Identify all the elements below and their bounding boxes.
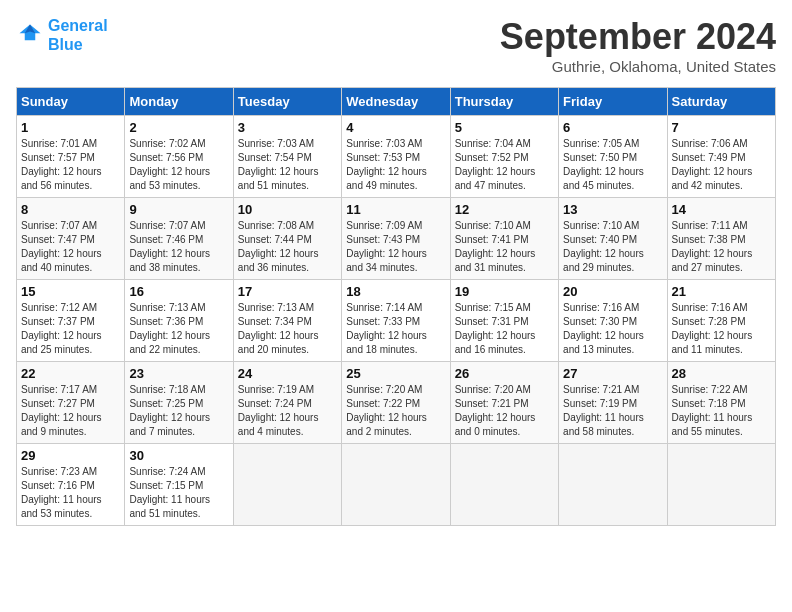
location: Guthrie, Oklahoma, United States xyxy=(500,58,776,75)
empty-cell xyxy=(450,444,558,526)
week-row-2: 8Sunrise: 7:07 AM Sunset: 7:47 PM Daylig… xyxy=(17,198,776,280)
day-cell-27: 27Sunrise: 7:21 AM Sunset: 7:19 PM Dayli… xyxy=(559,362,667,444)
day-cell-3: 3Sunrise: 7:03 AM Sunset: 7:54 PM Daylig… xyxy=(233,116,341,198)
day-cell-28: 28Sunrise: 7:22 AM Sunset: 7:18 PM Dayli… xyxy=(667,362,775,444)
day-number: 22 xyxy=(21,366,120,381)
weekday-header-row: SundayMondayTuesdayWednesdayThursdayFrid… xyxy=(17,88,776,116)
day-cell-13: 13Sunrise: 7:10 AM Sunset: 7:40 PM Dayli… xyxy=(559,198,667,280)
empty-cell xyxy=(342,444,450,526)
day-number: 20 xyxy=(563,284,662,299)
day-cell-17: 17Sunrise: 7:13 AM Sunset: 7:34 PM Dayli… xyxy=(233,280,341,362)
day-info: Sunrise: 7:19 AM Sunset: 7:24 PM Dayligh… xyxy=(238,383,337,439)
day-number: 30 xyxy=(129,448,228,463)
day-cell-26: 26Sunrise: 7:20 AM Sunset: 7:21 PM Dayli… xyxy=(450,362,558,444)
logo: General Blue xyxy=(16,16,108,54)
day-number: 7 xyxy=(672,120,771,135)
week-row-1: 1Sunrise: 7:01 AM Sunset: 7:57 PM Daylig… xyxy=(17,116,776,198)
day-info: Sunrise: 7:24 AM Sunset: 7:15 PM Dayligh… xyxy=(129,465,228,521)
day-cell-14: 14Sunrise: 7:11 AM Sunset: 7:38 PM Dayli… xyxy=(667,198,775,280)
week-row-5: 29Sunrise: 7:23 AM Sunset: 7:16 PM Dayli… xyxy=(17,444,776,526)
day-info: Sunrise: 7:13 AM Sunset: 7:34 PM Dayligh… xyxy=(238,301,337,357)
title-area: September 2024 Guthrie, Oklahoma, United… xyxy=(500,16,776,75)
week-row-4: 22Sunrise: 7:17 AM Sunset: 7:27 PM Dayli… xyxy=(17,362,776,444)
day-info: Sunrise: 7:23 AM Sunset: 7:16 PM Dayligh… xyxy=(21,465,120,521)
day-cell-4: 4Sunrise: 7:03 AM Sunset: 7:53 PM Daylig… xyxy=(342,116,450,198)
day-number: 18 xyxy=(346,284,445,299)
day-cell-21: 21Sunrise: 7:16 AM Sunset: 7:28 PM Dayli… xyxy=(667,280,775,362)
day-info: Sunrise: 7:07 AM Sunset: 7:47 PM Dayligh… xyxy=(21,219,120,275)
logo-text: General Blue xyxy=(48,16,108,54)
day-info: Sunrise: 7:07 AM Sunset: 7:46 PM Dayligh… xyxy=(129,219,228,275)
day-number: 10 xyxy=(238,202,337,217)
week-row-3: 15Sunrise: 7:12 AM Sunset: 7:37 PM Dayli… xyxy=(17,280,776,362)
day-info: Sunrise: 7:11 AM Sunset: 7:38 PM Dayligh… xyxy=(672,219,771,275)
day-info: Sunrise: 7:14 AM Sunset: 7:33 PM Dayligh… xyxy=(346,301,445,357)
day-info: Sunrise: 7:18 AM Sunset: 7:25 PM Dayligh… xyxy=(129,383,228,439)
weekday-header-monday: Monday xyxy=(125,88,233,116)
day-cell-22: 22Sunrise: 7:17 AM Sunset: 7:27 PM Dayli… xyxy=(17,362,125,444)
day-cell-29: 29Sunrise: 7:23 AM Sunset: 7:16 PM Dayli… xyxy=(17,444,125,526)
weekday-header-sunday: Sunday xyxy=(17,88,125,116)
weekday-header-saturday: Saturday xyxy=(667,88,775,116)
day-number: 17 xyxy=(238,284,337,299)
day-info: Sunrise: 7:03 AM Sunset: 7:54 PM Dayligh… xyxy=(238,137,337,193)
day-info: Sunrise: 7:15 AM Sunset: 7:31 PM Dayligh… xyxy=(455,301,554,357)
weekday-header-friday: Friday xyxy=(559,88,667,116)
day-cell-1: 1Sunrise: 7:01 AM Sunset: 7:57 PM Daylig… xyxy=(17,116,125,198)
day-number: 3 xyxy=(238,120,337,135)
day-number: 26 xyxy=(455,366,554,381)
day-number: 6 xyxy=(563,120,662,135)
day-number: 23 xyxy=(129,366,228,381)
calendar-table: SundayMondayTuesdayWednesdayThursdayFrid… xyxy=(16,87,776,526)
day-cell-2: 2Sunrise: 7:02 AM Sunset: 7:56 PM Daylig… xyxy=(125,116,233,198)
day-number: 16 xyxy=(129,284,228,299)
empty-cell xyxy=(667,444,775,526)
day-number: 28 xyxy=(672,366,771,381)
day-cell-19: 19Sunrise: 7:15 AM Sunset: 7:31 PM Dayli… xyxy=(450,280,558,362)
weekday-header-tuesday: Tuesday xyxy=(233,88,341,116)
day-info: Sunrise: 7:04 AM Sunset: 7:52 PM Dayligh… xyxy=(455,137,554,193)
day-info: Sunrise: 7:10 AM Sunset: 7:41 PM Dayligh… xyxy=(455,219,554,275)
day-info: Sunrise: 7:22 AM Sunset: 7:18 PM Dayligh… xyxy=(672,383,771,439)
day-cell-11: 11Sunrise: 7:09 AM Sunset: 7:43 PM Dayli… xyxy=(342,198,450,280)
day-info: Sunrise: 7:09 AM Sunset: 7:43 PM Dayligh… xyxy=(346,219,445,275)
day-number: 19 xyxy=(455,284,554,299)
day-cell-15: 15Sunrise: 7:12 AM Sunset: 7:37 PM Dayli… xyxy=(17,280,125,362)
weekday-header-wednesday: Wednesday xyxy=(342,88,450,116)
day-info: Sunrise: 7:05 AM Sunset: 7:50 PM Dayligh… xyxy=(563,137,662,193)
day-info: Sunrise: 7:01 AM Sunset: 7:57 PM Dayligh… xyxy=(21,137,120,193)
day-info: Sunrise: 7:08 AM Sunset: 7:44 PM Dayligh… xyxy=(238,219,337,275)
day-cell-30: 30Sunrise: 7:24 AM Sunset: 7:15 PM Dayli… xyxy=(125,444,233,526)
day-info: Sunrise: 7:17 AM Sunset: 7:27 PM Dayligh… xyxy=(21,383,120,439)
day-cell-9: 9Sunrise: 7:07 AM Sunset: 7:46 PM Daylig… xyxy=(125,198,233,280)
day-cell-6: 6Sunrise: 7:05 AM Sunset: 7:50 PM Daylig… xyxy=(559,116,667,198)
page-header: General Blue September 2024 Guthrie, Okl… xyxy=(16,16,776,75)
day-number: 1 xyxy=(21,120,120,135)
day-info: Sunrise: 7:16 AM Sunset: 7:28 PM Dayligh… xyxy=(672,301,771,357)
day-number: 25 xyxy=(346,366,445,381)
day-number: 2 xyxy=(129,120,228,135)
day-info: Sunrise: 7:06 AM Sunset: 7:49 PM Dayligh… xyxy=(672,137,771,193)
weekday-header-thursday: Thursday xyxy=(450,88,558,116)
logo-bird-icon xyxy=(16,21,44,49)
day-cell-5: 5Sunrise: 7:04 AM Sunset: 7:52 PM Daylig… xyxy=(450,116,558,198)
day-number: 15 xyxy=(21,284,120,299)
day-cell-12: 12Sunrise: 7:10 AM Sunset: 7:41 PM Dayli… xyxy=(450,198,558,280)
day-info: Sunrise: 7:21 AM Sunset: 7:19 PM Dayligh… xyxy=(563,383,662,439)
day-number: 29 xyxy=(21,448,120,463)
day-info: Sunrise: 7:12 AM Sunset: 7:37 PM Dayligh… xyxy=(21,301,120,357)
day-cell-25: 25Sunrise: 7:20 AM Sunset: 7:22 PM Dayli… xyxy=(342,362,450,444)
day-cell-10: 10Sunrise: 7:08 AM Sunset: 7:44 PM Dayli… xyxy=(233,198,341,280)
day-info: Sunrise: 7:10 AM Sunset: 7:40 PM Dayligh… xyxy=(563,219,662,275)
day-number: 11 xyxy=(346,202,445,217)
day-info: Sunrise: 7:16 AM Sunset: 7:30 PM Dayligh… xyxy=(563,301,662,357)
day-info: Sunrise: 7:20 AM Sunset: 7:21 PM Dayligh… xyxy=(455,383,554,439)
day-info: Sunrise: 7:20 AM Sunset: 7:22 PM Dayligh… xyxy=(346,383,445,439)
day-number: 12 xyxy=(455,202,554,217)
empty-cell xyxy=(233,444,341,526)
day-number: 9 xyxy=(129,202,228,217)
empty-cell xyxy=(559,444,667,526)
day-cell-23: 23Sunrise: 7:18 AM Sunset: 7:25 PM Dayli… xyxy=(125,362,233,444)
month-title: September 2024 xyxy=(500,16,776,58)
day-info: Sunrise: 7:02 AM Sunset: 7:56 PM Dayligh… xyxy=(129,137,228,193)
